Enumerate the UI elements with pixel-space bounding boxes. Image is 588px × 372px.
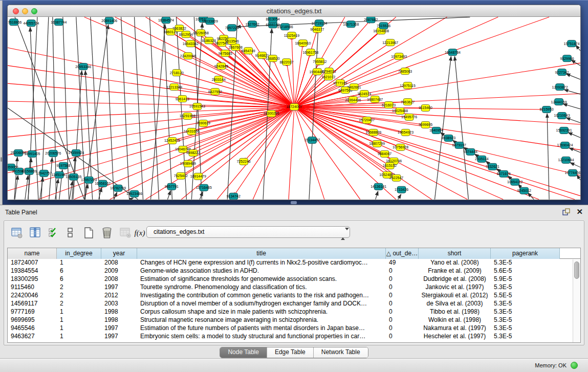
table-settings-icon[interactable] <box>10 226 24 239</box>
new-table-icon[interactable] <box>82 226 95 239</box>
graph-node[interactable]: 9242848 <box>214 63 228 70</box>
edge[interactable] <box>167 191 170 200</box>
graph-node[interactable]: 10973493 <box>391 53 407 60</box>
graph-node[interactable]: 9857791 <box>165 183 179 190</box>
graph-node[interactable]: 12093872 <box>552 84 568 91</box>
edge[interactable] <box>566 118 580 123</box>
graph-node[interactable]: 8813054 <box>266 17 280 23</box>
graph-node[interactable]: 17618866 <box>8 19 22 26</box>
graph-node[interactable]: 16961758 <box>302 49 318 56</box>
table-row[interactable]: 1830029562008Estimation of significance … <box>8 275 580 283</box>
graph-node[interactable]: 16648784 <box>445 49 461 56</box>
function-builder-icon[interactable]: f(x) <box>133 226 146 239</box>
edge[interactable] <box>570 163 580 167</box>
tab-network-table[interactable]: Network Table <box>314 347 368 358</box>
graph-node[interactable]: 9134742 <box>227 193 241 200</box>
table-row[interactable]: 946362711997Embryonic stem cells: a mode… <box>8 333 580 341</box>
row-height-icon[interactable] <box>63 226 77 239</box>
graph-node[interactable]: 10025488 <box>392 108 408 115</box>
edge[interactable] <box>547 114 549 200</box>
column-header-short[interactable]: short <box>419 248 491 259</box>
tab-node-table[interactable]: Node Table <box>220 347 267 358</box>
table-row[interactable]: 969969511998Structural magnetic resonanc… <box>8 316 580 324</box>
graph-node[interactable]: 18640910 <box>295 40 311 47</box>
edge[interactable] <box>121 17 129 199</box>
graph-node[interactable]: 9046377 <box>310 26 324 33</box>
edge[interactable] <box>376 191 378 200</box>
column-header-out_degree[interactable]: △ out_de… <box>386 248 419 259</box>
float-panel-icon[interactable] <box>562 208 571 216</box>
graph-node[interactable]: 3624574 <box>357 91 371 97</box>
graph-node[interactable]: 12975115 <box>400 82 416 89</box>
graph-node[interactable]: 9115460 <box>419 105 432 112</box>
graph-node[interactable]: 15751874 <box>564 40 580 47</box>
graph-node[interactable]: 16782759 <box>110 185 126 191</box>
citation-edge[interactable] <box>84 17 294 107</box>
table-row[interactable]: 946554611997Estimation of the future num… <box>8 324 580 333</box>
pane-resize-grip[interactable] <box>291 201 297 204</box>
graph-node[interactable]: 8471676 <box>497 170 511 177</box>
table-row[interactable]: 1456911722003Disruption of a novel membe… <box>8 300 580 308</box>
edge[interactable] <box>568 133 580 138</box>
graph-node[interactable]: 17359924 <box>68 149 84 156</box>
delete-rows-icon[interactable] <box>100 226 114 239</box>
window-titlebar[interactable]: citations_edges.txt <box>8 5 580 17</box>
graph-node[interactable]: 9361413 <box>176 96 189 102</box>
edge[interactable] <box>76 17 85 199</box>
graph-node[interactable]: 9197588 <box>56 162 70 169</box>
graph-node[interactable]: 8822037 <box>279 59 293 65</box>
graph-node[interactable]: 10774456 <box>565 169 580 176</box>
column-header-pagerank[interactable]: pagerank <box>491 248 560 259</box>
graph-node[interactable]: 2087682 <box>364 17 378 23</box>
graph-node[interactable]: 11325419 <box>284 32 300 39</box>
table-select-dropdown[interactable]: citations_edges.txt <box>146 226 350 238</box>
graph-node[interactable]: 2803144 <box>212 76 226 83</box>
graph-node[interactable]: 17690424 <box>557 142 573 148</box>
graph-node[interactable]: 12210644 <box>558 157 574 163</box>
citation-edge[interactable] <box>294 107 580 176</box>
delete-table-icon[interactable] <box>119 226 132 239</box>
edge[interactable] <box>566 74 580 79</box>
citation-network-graph[interactable]: 1872400788601238912954182260589827502165… <box>8 17 580 200</box>
citation-edge[interactable] <box>188 107 294 164</box>
column-visibility-icon[interactable] <box>29 226 42 239</box>
edge[interactable] <box>25 176 28 200</box>
table-row[interactable]: 1938455462009Genome-wide association stu… <box>8 267 580 275</box>
graph-node[interactable]: 7625402 <box>174 172 188 179</box>
graph-node[interactable]: 8912954 <box>179 31 193 38</box>
graph-node[interactable]: 18384574 <box>158 17 174 24</box>
edge[interactable] <box>91 17 100 199</box>
graph-node[interactable]: 12213967 <box>382 39 398 46</box>
citation-edge[interactable] <box>8 83 294 107</box>
scrollbar-thumb[interactable] <box>574 261 579 279</box>
graph-node[interactable]: 7463627 <box>401 99 415 105</box>
citation-edge[interactable] <box>294 107 360 200</box>
edge[interactable] <box>63 17 69 199</box>
edge[interactable] <box>577 175 580 180</box>
citation-edge[interactable] <box>289 107 294 200</box>
tab-edge-table[interactable]: Edge Table <box>267 347 314 358</box>
graph-node[interactable]: 1733426 <box>395 186 408 193</box>
graph-node[interactable]: 9245012 <box>517 187 531 194</box>
table-row[interactable]: 1872400712008Changes of HCN gene express… <box>8 259 580 267</box>
column-header-name[interactable]: name <box>8 248 57 259</box>
edge[interactable] <box>564 90 580 94</box>
citation-edge[interactable] <box>253 107 294 200</box>
table-row[interactable]: 2242004622012Investigating the contribut… <box>8 292 580 300</box>
left-splitter[interactable] <box>0 1 3 205</box>
network-view-window[interactable]: citations_edges.txt 18724007886012389129… <box>7 5 581 200</box>
graph-node[interactable]: 12942757 <box>36 170 52 177</box>
graph-node[interactable]: 10719134 <box>311 20 327 27</box>
graph-node[interactable]: 16958167 <box>95 180 111 187</box>
graph-node[interactable]: 10591543 <box>189 103 205 110</box>
citation-edge[interactable] <box>294 107 580 196</box>
graph-node[interactable]: 10654112 <box>507 179 523 185</box>
table-row[interactable]: 977716911998Corpus callosum shape and si… <box>8 308 580 316</box>
edge[interactable] <box>528 193 534 200</box>
citation-edge[interactable] <box>8 101 294 107</box>
graph-node[interactable]: 8215953 <box>540 106 554 113</box>
citation-edge[interactable] <box>8 107 294 155</box>
table-vertical-scrollbar[interactable] <box>573 259 580 342</box>
citation-edge[interactable] <box>294 43 303 107</box>
graph-node[interactable]: 7252246 <box>237 158 251 165</box>
